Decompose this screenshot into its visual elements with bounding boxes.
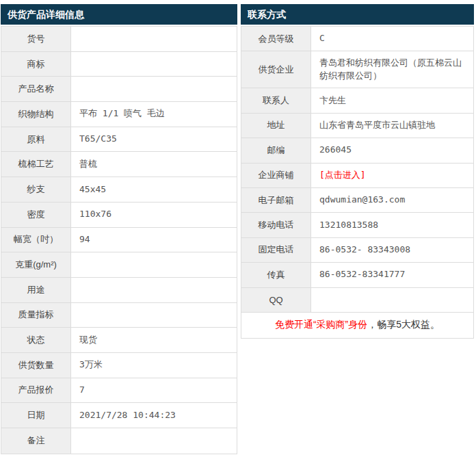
- table-row: 产品名称: [1, 77, 237, 102]
- row-value: [71, 77, 237, 101]
- row-label: 传真: [241, 263, 311, 287]
- table-row: 供货数量3万米: [1, 353, 237, 378]
- row-label: 质量指标: [1, 303, 71, 328]
- table-row: 商标: [1, 52, 237, 77]
- row-value: [71, 303, 237, 328]
- row-label: 商标: [1, 52, 71, 77]
- table-row: 邮编266045: [241, 138, 473, 163]
- table-row: 备注: [1, 428, 237, 454]
- row-value: 266045: [311, 138, 473, 162]
- contact-panel: 联系方式 会员等级C供货企业青岛君和纺织有限公司（原五棉云山纺织有限公司）联系人…: [241, 4, 474, 339]
- table-row: 克重(g/m²): [1, 252, 237, 278]
- table-row: 传真86-0532-83341777: [241, 263, 473, 287]
- table-row: 用途: [1, 278, 237, 303]
- table-row: 货号: [1, 27, 237, 52]
- row-label: 克重(g/m²): [1, 252, 71, 277]
- table-row: 供货企业青岛君和纺织有限公司（原五棉云山纺织有限公司）: [241, 51, 473, 88]
- buyer-promo-row: 免费开通“采购商”身份，畅享5大权益。: [241, 313, 473, 338]
- row-label: 备注: [1, 428, 71, 454]
- product-details-table: 货号商标产品名称织物结构平布 1/1 喷气 毛边原料T65/C35梳棉工艺普梳纱…: [1, 26, 237, 454]
- row-label: 原料: [1, 127, 71, 152]
- row-label: 密度: [1, 203, 71, 227]
- row-value: qdwumian@163.com: [311, 188, 473, 212]
- table-row: 状态现货: [1, 328, 237, 353]
- row-label: 用途: [1, 278, 71, 302]
- row-value: 山东省青岛平度市云山镇驻地: [311, 114, 473, 138]
- row-value: 110x76: [71, 203, 237, 227]
- row-label: 邮编: [241, 138, 311, 162]
- row-value: 13210813588: [311, 213, 473, 237]
- row-label: 会员等级: [241, 27, 311, 51]
- row-label: 企业商铺: [241, 164, 311, 187]
- row-value: 现货: [71, 328, 237, 352]
- product-details-panel: 供货产品详细信息 货号商标产品名称织物结构平布 1/1 喷气 毛边原料T65/C…: [1, 4, 237, 454]
- row-value: [71, 428, 237, 454]
- contact-table: 会员等级C供货企业青岛君和纺织有限公司（原五棉云山纺织有限公司）联系人卞先生地址…: [241, 26, 474, 339]
- table-row: 会员等级C: [241, 27, 473, 51]
- row-value: 86-0532-83341777: [311, 263, 473, 287]
- row-value: 3万米: [71, 353, 237, 378]
- table-row: 织物结构平布 1/1 喷气 毛边: [1, 102, 237, 127]
- row-label: QQ: [241, 288, 311, 312]
- row-label: 纱支: [1, 177, 71, 202]
- row-value: 青岛君和纺织有限公司（原五棉云山纺织有限公司）: [311, 51, 473, 88]
- table-row: 幅宽（吋）94: [1, 228, 237, 253]
- row-label: 地址: [241, 114, 311, 138]
- row-label: 幅宽（吋）: [1, 228, 71, 252]
- row-value: 平布 1/1 喷气 毛边: [71, 102, 237, 127]
- buyer-promo-rest: ，畅享5大权益。: [367, 319, 440, 331]
- row-value: C: [311, 27, 473, 51]
- row-label: 货号: [1, 27, 71, 51]
- row-label: 产品报价: [1, 378, 71, 403]
- row-label: 产品名称: [1, 77, 71, 101]
- row-label: 移动电话: [241, 213, 311, 237]
- row-value: 卞先生: [311, 88, 473, 112]
- contact-title: 联系方式: [241, 4, 474, 25]
- row-label: 固定电话: [241, 238, 311, 262]
- table-row: 质量指标: [1, 303, 237, 328]
- row-label: 联系人: [241, 88, 311, 112]
- row-value: 94: [71, 228, 237, 252]
- row-label: 状态: [1, 328, 71, 352]
- row-label: 电子邮箱: [241, 188, 311, 212]
- table-row: 移动电话13210813588: [241, 213, 473, 237]
- row-value: [71, 278, 237, 302]
- buyer-promo-link[interactable]: 免费开通“采购商”身份: [275, 319, 367, 331]
- table-row: 固定电话86-0532- 83343008: [241, 238, 473, 263]
- row-label: 日期: [1, 403, 71, 428]
- row-value: 普梳: [71, 152, 237, 177]
- table-row: 产品报价7: [1, 378, 237, 404]
- table-row: 电子邮箱qdwumian@163.com: [241, 188, 473, 213]
- table-row: 纱支45x45: [1, 177, 237, 203]
- row-value: 2021/7/28 10:44:23: [71, 403, 237, 428]
- row-label: 供货企业: [241, 51, 311, 88]
- row-label: 织物结构: [1, 102, 71, 127]
- table-row: 企业商铺[点击进入]: [241, 164, 473, 188]
- table-row: QQ: [241, 288, 473, 313]
- shop-enter-link[interactable]: [点击进入]: [311, 164, 473, 187]
- table-row: 密度110x76: [1, 203, 237, 228]
- table-row: 地址山东省青岛平度市云山镇驻地: [241, 114, 473, 138]
- table-row: 日期2021/7/28 10:44:23: [1, 403, 237, 428]
- row-label: 供货数量: [1, 353, 71, 378]
- row-value: [71, 27, 237, 51]
- row-value: [311, 288, 473, 312]
- table-row: 原料T65/C35: [1, 127, 237, 153]
- row-value: [71, 52, 237, 77]
- row-value: 7: [71, 378, 237, 403]
- row-value: T65/C35: [71, 127, 237, 152]
- product-details-title: 供货产品详细信息: [1, 4, 237, 25]
- table-row: 联系人卞先生: [241, 88, 473, 113]
- row-value: 45x45: [71, 177, 237, 202]
- row-label: 梳棉工艺: [1, 152, 71, 177]
- row-value: [71, 252, 237, 277]
- row-value: 86-0532- 83343008: [311, 238, 473, 262]
- table-row: 梳棉工艺普梳: [1, 152, 237, 177]
